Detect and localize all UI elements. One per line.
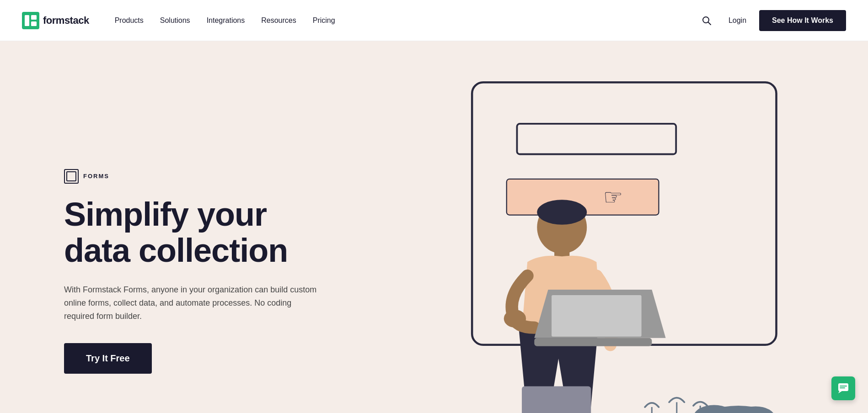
- svg-rect-7: [67, 172, 76, 181]
- hero-title-line2: data collection: [64, 232, 288, 269]
- svg-rect-31: [838, 383, 848, 391]
- hero-section: FORMS Simplify your data collection With…: [0, 41, 868, 413]
- badge-label: FORMS: [83, 173, 109, 180]
- see-how-button[interactable]: See How It Works: [759, 10, 846, 31]
- svg-line-5: [708, 22, 711, 25]
- svg-rect-2: [31, 15, 37, 20]
- svg-rect-9: [517, 124, 676, 154]
- hero-illustration: ☞: [348, 69, 804, 413]
- logo-link[interactable]: formstack: [22, 12, 89, 29]
- hero-title-line1: Simplify your: [64, 196, 267, 233]
- svg-rect-22: [522, 387, 591, 413]
- navbar-right: Login See How It Works: [697, 10, 846, 31]
- nav-solutions[interactable]: Solutions: [153, 12, 198, 29]
- logo-text: formstack: [43, 15, 89, 26]
- navbar: formstack Products Solutions Integration…: [0, 0, 868, 41]
- hero-content: FORMS Simplify your data collection With…: [64, 169, 348, 410]
- forms-badge-icon: [64, 169, 79, 184]
- nav-products[interactable]: Products: [107, 12, 151, 29]
- main-nav: Products Solutions Integrations Resource…: [107, 12, 697, 29]
- svg-rect-20: [534, 338, 652, 346]
- svg-rect-21: [552, 295, 642, 337]
- search-button[interactable]: [697, 11, 716, 30]
- svg-rect-3: [31, 21, 37, 26]
- hero-badge: FORMS: [64, 169, 348, 184]
- svg-rect-1: [25, 15, 29, 26]
- try-free-button[interactable]: Try It Free: [64, 343, 152, 374]
- chat-button[interactable]: [831, 376, 855, 400]
- svg-text:☞: ☞: [603, 185, 623, 209]
- chat-icon: [837, 382, 849, 394]
- hero-title: Simplify your data collection: [64, 196, 348, 269]
- nav-resources[interactable]: Resources: [254, 12, 303, 29]
- svg-point-19: [504, 310, 526, 328]
- login-button[interactable]: Login: [723, 13, 752, 28]
- search-icon: [702, 16, 712, 26]
- nav-pricing[interactable]: Pricing: [305, 12, 343, 29]
- hero-illustration-container: ☞: [348, 69, 804, 413]
- svg-rect-0: [22, 12, 39, 29]
- hero-description: With Formstack Forms, anyone in your org…: [64, 283, 320, 323]
- nav-integrations[interactable]: Integrations: [199, 12, 252, 29]
- svg-point-15: [537, 200, 587, 224]
- formstack-logo-icon: [22, 12, 39, 29]
